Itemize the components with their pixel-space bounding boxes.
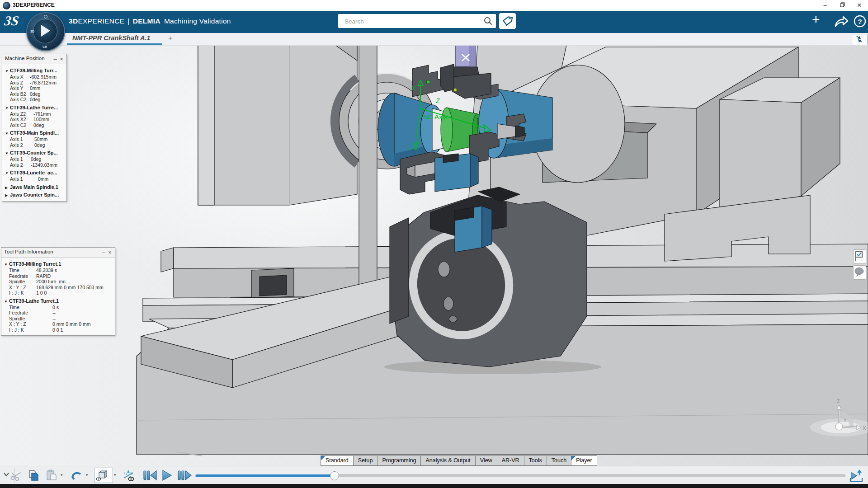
render-style-button[interactable]	[94, 468, 113, 483]
panel-row: Axis 20deg	[10, 142, 64, 148]
undo-icon	[70, 469, 83, 482]
panel-row: Spindle--	[9, 316, 112, 322]
ribbon-tab-tools[interactable]: Tools	[524, 455, 547, 466]
tool-path-header[interactable]: Tool Path Information –×	[1, 248, 115, 258]
examine-mode-button[interactable]	[121, 469, 134, 482]
search-input[interactable]	[344, 16, 476, 27]
expanded-icon[interactable]: ▼	[4, 263, 9, 267]
panel-group-header[interactable]: ▼CTF39-Lathe Turret.1	[4, 298, 112, 304]
panel-close-button[interactable]: ×	[58, 55, 65, 63]
window-close-button[interactable]: ✕	[851, 0, 868, 11]
panel-group-header[interactable]: ▶Jaws Counter Spin...	[5, 192, 64, 197]
fly-examine-icon	[121, 469, 136, 483]
pop-out-player-icon	[849, 469, 863, 483]
step-forward-button[interactable]	[177, 469, 190, 482]
expanded-icon[interactable]: ▼	[4, 300, 9, 304]
window-title-bar: 3DEXPERIENCE – ✕	[0, 0, 868, 11]
paste-dropdown[interactable]: ▾	[61, 473, 63, 477]
panel-group-header[interactable]: ▼CTF39-Main Spindl...	[5, 130, 64, 136]
expanded-icon[interactable]: ▼	[5, 69, 10, 73]
ribbon-tab-player[interactable]: Player	[571, 455, 597, 466]
panel-minimize-button[interactable]: –	[52, 55, 58, 63]
undo-button[interactable]	[70, 469, 82, 482]
shaded-view-icon	[94, 468, 110, 482]
playback-slider-track[interactable]	[195, 474, 845, 477]
panel-group-header[interactable]: ▼CTF39-Counter Sp...	[5, 150, 64, 155]
collapsed-icon[interactable]: ▶	[5, 186, 10, 190]
ribbon-tab-analysis-output[interactable]: Analysis & Output	[420, 455, 475, 466]
playback-slider-fill	[196, 474, 334, 477]
panel-group-header[interactable]: ▼CTF39-Lathe Turre...	[5, 105, 64, 110]
panel-row: Axis Z2-761mm	[10, 111, 64, 117]
undo-dropdown[interactable]: ▾	[86, 473, 88, 477]
panel-close-button[interactable]: ×	[107, 248, 113, 257]
search-icon[interactable]	[484, 17, 492, 25]
help-button[interactable]: ?	[854, 15, 866, 29]
compass-vr-quadrant[interactable]: V.R	[42, 45, 47, 48]
window-title: 3DEXPERIENCE	[13, 2, 55, 8]
ribbon-tab-ar-vr[interactable]: AR-VR	[497, 455, 524, 466]
row-value: 0deg	[30, 97, 40, 103]
cut-icon	[10, 469, 23, 482]
cut-button[interactable]	[10, 469, 23, 482]
row-label: Feedrate	[9, 310, 52, 316]
panel-group-label: Jaws Counter Spin...	[10, 192, 59, 197]
machine-3d-scene[interactable]: X Y Z NC Axis	[0, 45, 868, 466]
panel-group-header[interactable]: ▼CTF39-Lunette_ac...	[5, 170, 64, 175]
dassault-3ds-logo[interactable]: 3S	[4, 13, 20, 28]
row-label: Axis Z	[10, 80, 30, 86]
paste-icon	[45, 469, 58, 482]
row-label: Axis 1	[10, 176, 38, 182]
machine-position-header[interactable]: Machine Position –×	[2, 54, 66, 64]
window-restore-button[interactable]	[834, 0, 851, 11]
ribbon-tab-programming[interactable]: Programming	[377, 455, 421, 466]
column-front-plate[interactable]	[359, 45, 377, 303]
copy-button[interactable]	[27, 469, 40, 482]
ribbon-tab-touch[interactable]: Touch	[547, 455, 571, 466]
render-style-dropdown[interactable]: ▾	[114, 473, 116, 477]
comment-button[interactable]	[853, 265, 866, 280]
panel-minimize-button[interactable]: –	[100, 248, 107, 257]
panel-group-header[interactable]: ▼CTF39-Milling Turret.1	[4, 261, 112, 267]
play-button[interactable]	[161, 469, 174, 482]
compass-menu[interactable]: 3D V.R	[26, 12, 65, 51]
axis-y-label: Y	[408, 145, 413, 152]
row-value: 0 s	[52, 305, 59, 310]
window-minimize-button[interactable]: –	[816, 0, 834, 11]
document-tab[interactable]: NMT-PPR CrankShaft A.1	[72, 34, 151, 42]
tag-button[interactable]	[499, 13, 516, 29]
add-content-button[interactable]: +	[812, 12, 820, 27]
new-tab-button[interactable]: +	[168, 34, 173, 43]
ribbon-tab-setup[interactable]: Setup	[353, 455, 378, 466]
collapse-viewport-button[interactable]	[852, 34, 868, 45]
row-label: I : J : K	[9, 327, 52, 333]
export-player-button[interactable]	[849, 469, 862, 482]
share-button[interactable]	[834, 15, 849, 30]
triad-x-label: X	[863, 425, 866, 431]
step-backward-button[interactable]	[143, 469, 156, 482]
expanded-icon[interactable]: ▼	[5, 171, 10, 175]
step-forward-icon	[177, 469, 192, 482]
expanded-icon[interactable]: ▼	[5, 106, 10, 110]
compass-3d-quadrant[interactable]: 3D	[30, 30, 34, 33]
panel-row: Feedrate--	[9, 310, 112, 316]
row-label: Axis X	[10, 74, 30, 80]
panel-group-label: CTF39-Milling Turret.1	[9, 261, 61, 267]
axis-z-label: Z	[435, 97, 440, 104]
panel-row: X : Y : Z168.629 mm 0 mm 170.503 mm	[9, 285, 112, 291]
panel-row: FeedrateRAPID	[9, 273, 112, 279]
panel-group-header[interactable]: ▼CTF39-Milling Turr...	[5, 68, 64, 73]
paste-button[interactable]	[45, 469, 58, 482]
expanded-icon[interactable]: ▼	[5, 131, 10, 136]
panel-group-header[interactable]: ▶Jaws Main Spindle.1	[5, 184, 64, 190]
ribbon-tab-standard[interactable]: Standard	[321, 455, 354, 466]
search-box[interactable]	[338, 14, 496, 28]
expanded-icon[interactable]: ▼	[5, 151, 10, 155]
ribbon-tab-view[interactable]: View	[475, 455, 497, 466]
brand-3d: 3D	[69, 17, 78, 25]
play back-slider-thumb[interactable]	[330, 471, 339, 480]
collapsed-icon[interactable]: ▶	[5, 193, 10, 197]
profile-icon	[44, 15, 47, 19]
validation-flag-button[interactable]	[853, 249, 866, 264]
panel-group-label: CTF39-Lathe Turret.1	[9, 298, 59, 304]
